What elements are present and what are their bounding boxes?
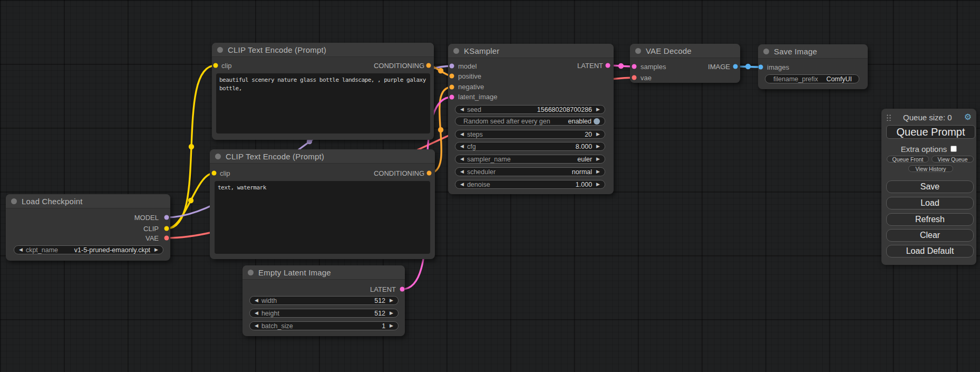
input-clip-dot[interactable] (214, 63, 218, 68)
load-button[interactable]: Load (886, 197, 974, 209)
random-seed-toggle[interactable]: Random seed after every gen enabled (455, 117, 605, 126)
gear-icon[interactable]: ⚙ (964, 113, 972, 121)
extra-options-label: Extra options (901, 145, 947, 154)
cfg-widget[interactable]: ◀ cfg 8.000 ▶ (455, 142, 605, 151)
prompt-textarea[interactable]: beautiful scenery nature glass bottle la… (216, 73, 430, 133)
prompt-textarea[interactable]: text, watermark (215, 181, 430, 254)
node-clip-text-encode-positive[interactable]: CLIP Text Encode (Prompt) clip CONDITION… (212, 43, 434, 140)
increment-arrow-icon[interactable]: ▶ (390, 311, 393, 316)
view-queue-button[interactable]: View Queue (932, 156, 974, 163)
node-title-bar[interactable]: Save Image (758, 44, 868, 59)
width-widget[interactable]: ◀ width 512 ▶ (249, 296, 399, 305)
collapse-dot-icon[interactable] (453, 48, 459, 54)
widget-value: euler (577, 156, 592, 163)
node-title-bar[interactable]: CLIP Text Encode (Prompt) (212, 43, 434, 57)
input-positive-dot[interactable] (450, 74, 454, 79)
view-history-button[interactable]: View History (908, 165, 953, 172)
output-latent-dot[interactable] (606, 63, 610, 68)
seed-widget[interactable]: ◀ seed 156680208700286 ▶ (455, 105, 605, 114)
input-vae-dot[interactable] (632, 75, 637, 80)
sampler-name-widget[interactable]: ◀ sampler_name euler ▶ (455, 155, 605, 164)
node-title-bar[interactable]: Load Checkpoint (6, 194, 170, 208)
decrement-arrow-icon[interactable]: ◀ (460, 169, 464, 174)
decrement-arrow-icon[interactable]: ◀ (19, 247, 23, 252)
node-title-bar[interactable]: CLIP Text Encode (Prompt) (210, 149, 435, 164)
node-title: CLIP Text Encode (Prompt) (228, 45, 326, 54)
link-dot (188, 198, 193, 203)
steps-widget[interactable]: ◀ steps 20 ▶ (455, 130, 605, 139)
widget-value: 156680208700286 (537, 106, 592, 113)
output-conditioning-dot[interactable] (427, 171, 432, 176)
ckpt-name-widget[interactable]: ◀ ckpt_name v1-5-pruned-emaonly.ckpt ▶ (14, 245, 163, 254)
output-vae-dot[interactable] (164, 236, 169, 241)
increment-arrow-icon[interactable]: ▶ (596, 144, 600, 149)
decrement-arrow-icon[interactable]: ◀ (460, 107, 464, 112)
filename-prefix-widget[interactable]: filename_prefix ComfyUI (765, 74, 859, 83)
scheduler-widget[interactable]: ◀ scheduler normal ▶ (455, 167, 605, 176)
collapse-dot-icon[interactable] (11, 198, 17, 204)
decrement-arrow-icon[interactable]: ◀ (255, 323, 258, 328)
increment-arrow-icon[interactable]: ▶ (154, 247, 158, 252)
increment-arrow-icon[interactable]: ▶ (596, 169, 600, 174)
decrement-arrow-icon[interactable]: ◀ (460, 157, 464, 161)
input-negative-dot[interactable] (450, 85, 454, 90)
collapse-dot-icon[interactable] (635, 48, 641, 54)
node-title-bar[interactable]: KSampler (448, 44, 614, 58)
decrement-arrow-icon[interactable]: ◀ (460, 144, 464, 149)
node-vae-decode[interactable]: VAE Decode samples vae IMAGE (630, 44, 740, 83)
node-title-bar[interactable]: VAE Decode (630, 44, 740, 58)
collapse-dot-icon[interactable] (215, 154, 221, 159)
collapse-dot-icon[interactable] (763, 49, 769, 54)
decrement-arrow-icon[interactable]: ◀ (460, 182, 464, 187)
batch-size-widget[interactable]: ◀ batch_size 1 ▶ (249, 321, 399, 330)
queue-prompt-button[interactable]: Queue Prompt (886, 125, 975, 139)
widget-value: 1.000 (576, 181, 592, 188)
widget-label: scheduler (467, 168, 496, 176)
node-save-image[interactable]: Save Image images filename_prefix ComfyU… (758, 44, 868, 89)
collapse-dot-icon[interactable] (248, 270, 254, 275)
increment-arrow-icon[interactable]: ▶ (596, 182, 600, 187)
decrement-arrow-icon[interactable]: ◀ (255, 311, 258, 316)
node-ksampler[interactable]: KSampler model positive negative latent_… (448, 44, 614, 194)
node-clip-text-encode-negative[interactable]: CLIP Text Encode (Prompt) clip CONDITION… (210, 149, 435, 259)
decrement-arrow-icon[interactable]: ◀ (460, 132, 464, 137)
input-clip: clip (220, 168, 230, 178)
refresh-button[interactable]: Refresh (886, 213, 974, 226)
increment-arrow-icon[interactable]: ▶ (596, 132, 600, 137)
height-widget[interactable]: ◀ height 512 ▶ (249, 309, 399, 318)
output-image-dot[interactable] (733, 64, 738, 69)
queue-panel: Queue size: 0 ⚙ Queue Prompt Extra optio… (881, 109, 976, 265)
node-title-bar[interactable]: Empty Latent Image (242, 265, 405, 280)
node-empty-latent-image[interactable]: Empty Latent Image LATENT ◀ width 512 ▶ … (242, 265, 405, 336)
input-clip-dot[interactable] (212, 171, 217, 176)
input-samples-dot[interactable] (632, 64, 637, 69)
queue-front-button[interactable]: Queue Front (887, 156, 929, 163)
input-model-dot[interactable] (450, 64, 454, 69)
increment-arrow-icon[interactable]: ▶ (596, 107, 600, 112)
extra-options-checkbox[interactable] (950, 146, 957, 152)
decrement-arrow-icon[interactable]: ◀ (255, 298, 258, 303)
drag-handle-icon[interactable] (886, 113, 891, 121)
load-default-button[interactable]: Load Default (886, 245, 974, 257)
node-title: VAE Decode (646, 46, 692, 55)
output-conditioning-dot[interactable] (426, 63, 431, 68)
save-button[interactable]: Save (886, 180, 974, 193)
output-clip-dot[interactable] (164, 226, 169, 231)
input-positive: positive (458, 71, 481, 81)
increment-arrow-icon[interactable]: ▶ (390, 298, 393, 303)
increment-arrow-icon[interactable]: ▶ (390, 323, 393, 328)
widget-label: Random seed after every gen (463, 118, 550, 125)
collapse-dot-icon[interactable] (217, 47, 223, 53)
input-latent-image-dot[interactable] (450, 95, 454, 100)
widget-value: v1-5-pruned-emaonly.ckpt (74, 246, 150, 254)
node-load-checkpoint[interactable]: Load Checkpoint MODEL CLIP VAE ◀ ckpt_na… (6, 194, 170, 261)
input-clip: clip (221, 61, 232, 70)
denoise-widget[interactable]: ◀ denoise 1.000 ▶ (455, 180, 605, 189)
output-model-dot[interactable] (164, 215, 169, 220)
output-latent-dot[interactable] (400, 287, 405, 292)
clear-button[interactable]: Clear (886, 229, 974, 242)
increment-arrow-icon[interactable]: ▶ (596, 157, 600, 161)
toggle-knob-icon[interactable] (594, 118, 600, 125)
input-images-dot[interactable] (759, 65, 763, 70)
node-graph-canvas[interactable]: Load Checkpoint MODEL CLIP VAE ◀ ckpt_na… (0, 0, 980, 372)
